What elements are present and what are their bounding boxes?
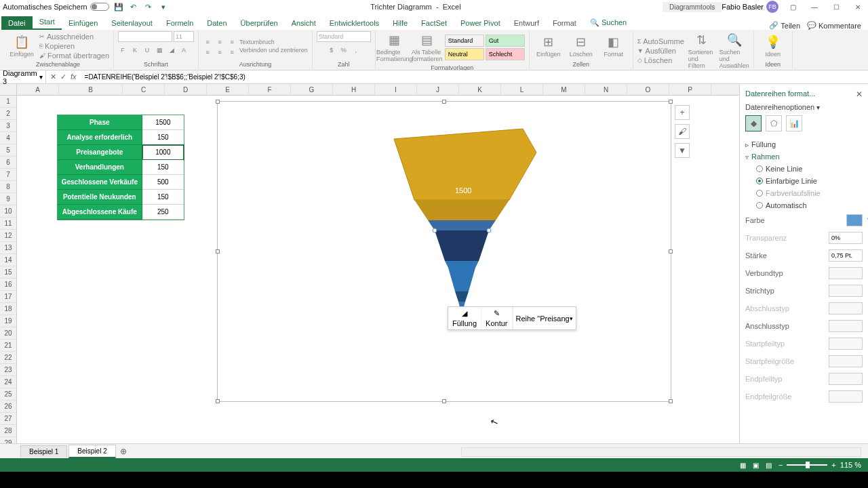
row-header[interactable]: 21 bbox=[0, 340, 17, 352]
clear-button[interactable]: ◇ Löschen bbox=[637, 56, 684, 64]
tab-format[interactable]: Format bbox=[546, 16, 583, 30]
number-format-input[interactable] bbox=[317, 31, 371, 42]
sheet-tab-1[interactable]: Beispiel 1 bbox=[20, 445, 67, 458]
name-box[interactable]: Diagramm 3 ▾ bbox=[0, 70, 46, 83]
table-row-value[interactable]: 500 bbox=[142, 175, 184, 190]
cap-dropdown[interactable] bbox=[829, 302, 863, 314]
width-input[interactable] bbox=[829, 249, 863, 262]
row-header[interactable]: 10 bbox=[0, 205, 17, 218]
row-header[interactable]: 26 bbox=[0, 401, 17, 413]
add-sheet-button[interactable]: ⊕ bbox=[117, 445, 130, 458]
mini-fill-button[interactable]: ◢Füllung bbox=[448, 307, 481, 329]
user-account[interactable]: Fabio Basler FB bbox=[722, 1, 778, 13]
row-header[interactable]: 9 bbox=[0, 193, 17, 205]
col-header[interactable]: K bbox=[459, 84, 501, 95]
fill-button[interactable]: ▼ Ausfüllen bbox=[637, 47, 684, 55]
row-header[interactable]: 19 bbox=[0, 315, 17, 327]
row-header[interactable]: 4 bbox=[0, 132, 17, 144]
mini-series-select[interactable]: Reihe "Preisang ▾ bbox=[513, 307, 576, 329]
font-size-input[interactable] bbox=[174, 31, 194, 42]
tab-factset[interactable]: FactSet bbox=[414, 16, 454, 30]
format-painter-button[interactable]: 🖌 Format übertragen bbox=[39, 52, 109, 60]
funnel-chart[interactable]: 1500 bbox=[387, 125, 543, 322]
row-header[interactable]: 16 bbox=[0, 279, 17, 291]
merge-button[interactable]: Verbinden und zentrieren bbox=[239, 47, 308, 54]
col-header[interactable]: A bbox=[17, 84, 59, 95]
end-arrow-dropdown[interactable] bbox=[829, 373, 863, 385]
col-header[interactable]: F bbox=[249, 84, 291, 95]
paste-button[interactable]: 📋Einfügen bbox=[7, 33, 37, 59]
fx-icon[interactable]: fx bbox=[71, 73, 77, 81]
cells-delete-button[interactable]: ⊟Löschen bbox=[566, 33, 596, 59]
style-standard[interactable]: Standard bbox=[445, 35, 484, 47]
row-header[interactable]: 23 bbox=[0, 364, 17, 376]
search-tab[interactable]: 🔍 Suchen bbox=[583, 16, 633, 30]
tab-insert[interactable]: Einfügen bbox=[62, 16, 104, 30]
tab-pagelayout[interactable]: Seitenlayout bbox=[104, 16, 159, 30]
fill-line-tab-icon[interactable]: ◆ bbox=[745, 115, 762, 131]
series-options-tab-icon[interactable]: 📊 bbox=[786, 115, 802, 131]
border-button[interactable]: ▦ bbox=[155, 47, 164, 54]
join-dropdown[interactable] bbox=[829, 320, 863, 332]
tab-home[interactable]: Start bbox=[33, 15, 62, 30]
zoom-level[interactable]: 115 % bbox=[840, 461, 861, 469]
tab-help[interactable]: Hilfe bbox=[386, 16, 414, 30]
col-header[interactable]: I bbox=[375, 84, 417, 95]
as-table-button[interactable]: ▤Als Tabelle formatieren bbox=[412, 31, 442, 64]
row-header[interactable]: 17 bbox=[0, 291, 17, 303]
effects-tab-icon[interactable]: ⬠ bbox=[766, 115, 782, 131]
line-color-picker[interactable] bbox=[846, 214, 863, 226]
tab-design[interactable]: Entwurf bbox=[507, 16, 546, 30]
font-name-input[interactable] bbox=[118, 31, 172, 42]
comments-button[interactable]: 💬 Kommentare bbox=[807, 21, 861, 30]
comma-icon[interactable]: , bbox=[351, 47, 361, 54]
row-header[interactable]: 3 bbox=[0, 120, 17, 132]
align-left-icon[interactable]: ≡ bbox=[203, 49, 212, 56]
row-header[interactable]: 5 bbox=[0, 144, 17, 157]
tab-data[interactable]: Daten bbox=[200, 16, 233, 30]
col-header[interactable]: P bbox=[669, 84, 711, 95]
col-header[interactable]: E bbox=[207, 84, 249, 95]
table-row-value[interactable]: 250 bbox=[142, 205, 184, 220]
row-header[interactable]: 27 bbox=[0, 413, 17, 425]
style-neutral[interactable]: Neutral bbox=[445, 48, 484, 60]
row-header[interactable]: 24 bbox=[0, 376, 17, 388]
page-break-view-icon[interactable]: ▤ bbox=[766, 462, 772, 469]
row-header[interactable]: 25 bbox=[0, 388, 17, 401]
align-top-icon[interactable]: ≡ bbox=[203, 39, 212, 45]
col-header[interactable]: J bbox=[417, 84, 459, 95]
transparency-input[interactable] bbox=[829, 232, 863, 244]
row-header[interactable]: 8 bbox=[0, 181, 17, 193]
confirm-formula-icon[interactable]: ✓ bbox=[60, 73, 66, 81]
maximize-icon[interactable]: ☐ bbox=[829, 3, 844, 11]
share-button[interactable]: 🔗 Teilen bbox=[769, 21, 800, 30]
qat-more-icon[interactable]: ▾ bbox=[158, 1, 169, 12]
currency-icon[interactable]: $ bbox=[327, 47, 336, 54]
table-row-value[interactable]: 150 bbox=[142, 160, 184, 175]
row-header[interactable]: 28 bbox=[0, 425, 17, 437]
no-line-option[interactable]: Keine Linie bbox=[745, 163, 863, 175]
tab-formulas[interactable]: Formeln bbox=[159, 16, 200, 30]
autosum-button[interactable]: Σ AutoSumme bbox=[637, 37, 684, 45]
chart-object[interactable]: 1500 + 🖌 ▼ bbox=[217, 101, 671, 402]
cells-insert-button[interactable]: ⊞Einfügen bbox=[534, 33, 564, 59]
border-section-header[interactable]: ▿ Rahmen bbox=[745, 150, 863, 163]
begin-arrow-dropdown[interactable] bbox=[829, 338, 863, 350]
bold-button[interactable]: F bbox=[118, 47, 127, 54]
select-all-corner[interactable] bbox=[0, 84, 17, 95]
fill-color-button[interactable]: ◢ bbox=[167, 47, 176, 54]
end-size-dropdown[interactable] bbox=[829, 390, 863, 403]
autosave-toggle[interactable]: Automatisches Speichern bbox=[3, 3, 109, 11]
formula-input[interactable]: =DATENREIHE('Beispiel 2'!$B$6;;'Beispiel… bbox=[81, 73, 868, 81]
row-header[interactable]: 13 bbox=[0, 242, 17, 254]
align-center-icon[interactable]: ≡ bbox=[215, 49, 224, 56]
row-header[interactable]: 2 bbox=[0, 108, 17, 120]
tab-powerpivot[interactable]: Power Pivot bbox=[454, 16, 507, 30]
worksheet[interactable]: A B C D E F G H I J K L M N O P 12345678… bbox=[0, 84, 739, 443]
cells-format-button[interactable]: ◧Format bbox=[599, 33, 629, 59]
row-header[interactable]: 15 bbox=[0, 266, 17, 279]
close-icon[interactable]: ✕ bbox=[850, 3, 865, 11]
page-layout-view-icon[interactable]: ▣ bbox=[753, 462, 759, 469]
undo-icon[interactable]: ↶ bbox=[128, 1, 139, 12]
align-right-icon[interactable]: ≡ bbox=[227, 49, 237, 56]
